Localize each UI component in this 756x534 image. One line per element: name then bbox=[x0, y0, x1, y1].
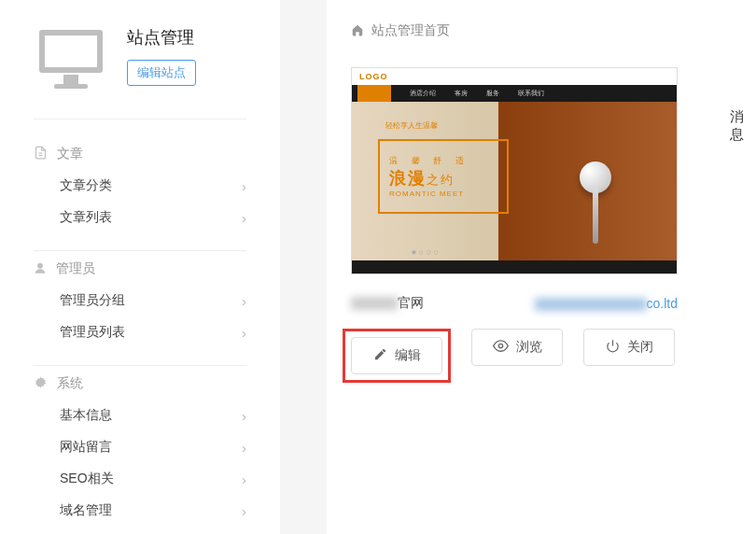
screenshot-dots: ● ○ ○ ○ bbox=[352, 247, 498, 257]
svg-rect-2 bbox=[63, 75, 78, 84]
section-system: 系统 基本信息 › 网站留言 › SEO相关 › 域名管理 › bbox=[34, 366, 246, 534]
menu-admin-groups[interactable]: 管理员分组 › bbox=[34, 285, 246, 316]
menu-label: 域名管理 bbox=[60, 502, 112, 519]
site-domain[interactable]: co.ltd bbox=[535, 296, 678, 311]
site-info-line: 官网 co.ltd bbox=[351, 295, 678, 312]
home-icon bbox=[351, 23, 364, 39]
menu-admin-list[interactable]: 管理员列表 › bbox=[34, 316, 246, 348]
monitor-icon bbox=[34, 26, 108, 96]
site-title: 站点管理 bbox=[127, 26, 196, 49]
section-head: 文章 bbox=[34, 146, 246, 162]
svg-rect-3 bbox=[54, 84, 88, 89]
button-label: 编辑 bbox=[395, 347, 421, 364]
section-admins: 管理员 管理员分组 › 管理员列表 › bbox=[34, 251, 246, 366]
visit-button[interactable]: 浏览 bbox=[471, 329, 563, 366]
svg-rect-1 bbox=[45, 35, 97, 67]
main-panel: 站点管理首页 LOGO 酒店介绍 客房 服务 联系我们 轻松享人生温馨 温 馨 … bbox=[280, 0, 756, 534]
menu-article-categories[interactable]: 文章分类 › bbox=[34, 170, 246, 202]
section-articles: 文章 文章分类 › 文章列表 › bbox=[34, 136, 246, 251]
section-label: 管理员 bbox=[56, 260, 95, 277]
menu-label: 文章列表 bbox=[60, 209, 112, 226]
site-header: 站点管理 编辑站点 bbox=[34, 26, 246, 119]
redacted-text bbox=[351, 297, 398, 310]
highlight-annotation: 编辑 bbox=[343, 329, 451, 383]
redacted-text bbox=[535, 298, 647, 311]
menu-domain-manage[interactable]: 域名管理 › bbox=[34, 495, 246, 527]
power-icon bbox=[606, 339, 620, 356]
screenshot-banner-box: 温 馨 舒 适 浪漫之约 ROMANTIC MEET bbox=[378, 139, 509, 214]
edit-site-button[interactable]: 编辑站点 bbox=[127, 60, 196, 86]
screenshot-subtitle: 轻松享人生温馨 bbox=[385, 120, 438, 131]
chevron-right-icon: › bbox=[242, 178, 246, 194]
pencil-icon bbox=[373, 347, 387, 364]
menu-seo[interactable]: SEO相关 › bbox=[34, 463, 246, 495]
screenshot-line2b: 之约 bbox=[427, 173, 455, 187]
chevron-right-icon: › bbox=[242, 503, 246, 519]
svg-point-6 bbox=[37, 262, 43, 268]
screenshot-line3: ROMANTIC MEET bbox=[389, 190, 497, 198]
svg-point-8 bbox=[498, 344, 502, 347]
menu-label: 基本信息 bbox=[60, 407, 112, 424]
menu-site-messages[interactable]: 网站留言 › bbox=[34, 431, 246, 463]
section-head: 系统 bbox=[34, 375, 246, 392]
sidebar: 站点管理 编辑站点 文章 文章分类 › 文章列表 › bbox=[0, 0, 280, 534]
right-panel-fragment: 消息 bbox=[728, 95, 756, 142]
edit-button[interactable]: 编辑 bbox=[351, 337, 442, 374]
section-label: 文章 bbox=[57, 146, 83, 162]
button-label: 浏览 bbox=[516, 339, 542, 356]
close-button[interactable]: 关闭 bbox=[583, 329, 675, 366]
chevron-right-icon: › bbox=[242, 440, 246, 456]
chevron-right-icon: › bbox=[242, 210, 246, 226]
breadcrumb-label: 站点管理首页 bbox=[371, 22, 450, 39]
chevron-right-icon: › bbox=[242, 408, 246, 424]
menu-label: SEO相关 bbox=[60, 471, 114, 487]
domain-suffix: co.ltd bbox=[647, 296, 678, 311]
chevron-right-icon: › bbox=[242, 325, 246, 341]
menu-article-list[interactable]: 文章列表 › bbox=[34, 202, 246, 233]
menu-label: 文章分类 bbox=[60, 177, 112, 194]
site-name: 官网 bbox=[351, 295, 424, 312]
site-preview-card: LOGO 酒店介绍 客房 服务 联系我们 轻松享人生温馨 温 馨 舒 适 浪漫之… bbox=[351, 67, 678, 383]
menu-label: 管理员列表 bbox=[60, 324, 125, 341]
screenshot-logo: LOGO bbox=[359, 72, 388, 81]
action-row: 编辑 浏览 关闭 bbox=[351, 329, 678, 383]
menu-label: 网站留言 bbox=[60, 439, 112, 456]
menu-basic-info[interactable]: 基本信息 › bbox=[34, 400, 246, 431]
chevron-right-icon: › bbox=[242, 293, 246, 309]
eye-icon bbox=[493, 338, 509, 357]
button-label: 关闭 bbox=[627, 339, 653, 356]
section-head: 管理员 bbox=[34, 260, 246, 277]
menu-label: 管理员分组 bbox=[60, 292, 125, 309]
gear-icon bbox=[34, 375, 48, 392]
file-icon bbox=[34, 146, 48, 162]
site-screenshot: LOGO 酒店介绍 客房 服务 联系我们 轻松享人生温馨 温 馨 舒 适 浪漫之… bbox=[351, 67, 678, 274]
chevron-right-icon: › bbox=[242, 471, 246, 487]
user-icon bbox=[34, 261, 47, 277]
screenshot-line1: 温 馨 舒 适 bbox=[389, 155, 497, 167]
section-label: 系统 bbox=[57, 375, 83, 392]
site-name-suffix: 官网 bbox=[398, 295, 424, 310]
breadcrumb: 站点管理首页 bbox=[327, 0, 756, 67]
screenshot-door-knob bbox=[580, 162, 611, 193]
screenshot-line2a: 浪漫 bbox=[389, 169, 427, 188]
